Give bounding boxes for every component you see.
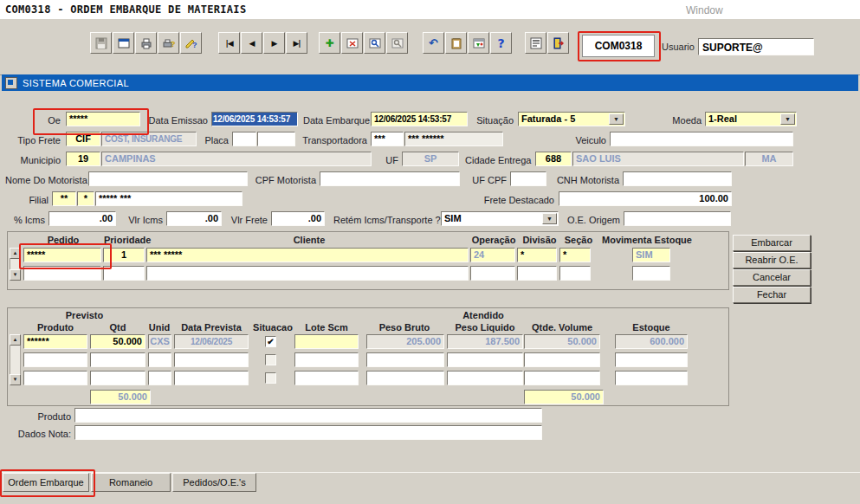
- frete-destacado-input[interactable]: 100.00: [559, 191, 732, 206]
- insert-record-button[interactable]: ✚: [319, 32, 340, 54]
- estoque-cell: [615, 352, 688, 367]
- operacao-cell[interactable]: [470, 266, 515, 281]
- vlr-frete-input[interactable]: .00: [271, 211, 325, 226]
- divisao-cell[interactable]: [517, 266, 557, 281]
- placa-input-1[interactable]: [232, 132, 256, 146]
- lote-cell[interactable]: [294, 352, 359, 367]
- pedido-cell[interactable]: [23, 266, 101, 281]
- help-button[interactable]: ?: [490, 32, 512, 54]
- transportadora-code-input[interactable]: ***: [371, 132, 404, 146]
- app-icon: [5, 77, 17, 89]
- record-status-button[interactable]: [468, 32, 489, 54]
- first-record-button[interactable]: |◀: [218, 32, 240, 54]
- lote-cell[interactable]: [294, 371, 359, 385]
- divisao-cell[interactable]: *: [517, 248, 557, 262]
- operacao-cell[interactable]: 24: [470, 248, 515, 262]
- enter-query-button[interactable]: [364, 32, 385, 54]
- produto-cell[interactable]: ******: [23, 334, 87, 349]
- moeda-select[interactable]: 1-Real ▼: [705, 112, 797, 126]
- pedido-cell[interactable]: *****: [23, 248, 101, 262]
- tab-ordem-embarque[interactable]: Ordem Embarque: [3, 473, 89, 492]
- dropdown-arrow-icon[interactable]: ▼: [542, 213, 557, 224]
- lote-cell[interactable]: [294, 334, 359, 349]
- prioridade-cell[interactable]: [103, 266, 145, 281]
- cnh-motorista-input[interactable]: [623, 171, 732, 186]
- nome-motorista-input[interactable]: [88, 171, 248, 186]
- municipio-label: Municipio: [10, 153, 61, 167]
- show-keys-button[interactable]: [525, 32, 546, 54]
- tipo-frete-input[interactable]: CIF: [66, 132, 100, 146]
- save-button[interactable]: [90, 32, 112, 54]
- situacao-checkbox[interactable]: [265, 354, 276, 365]
- last-record-button[interactable]: ▶|: [286, 32, 307, 54]
- secao-cell[interactable]: *: [559, 248, 591, 262]
- execute-query-button[interactable]: [386, 32, 408, 54]
- prioridade-cell[interactable]: 1: [103, 248, 145, 262]
- qtd-cell[interactable]: [90, 371, 145, 385]
- dados-nota-input[interactable]: [74, 425, 542, 440]
- movimenta-cell[interactable]: [632, 266, 670, 281]
- enter-query-icon: [368, 36, 382, 50]
- produto-cell[interactable]: [23, 352, 87, 367]
- print-help-button[interactable]: ?: [158, 32, 179, 54]
- cpf-motorista-input[interactable]: [320, 171, 460, 186]
- estoque-cell: 600.000: [615, 334, 688, 349]
- perc-icms-input[interactable]: .00: [48, 211, 116, 226]
- tipo-frete-desc: COST, INSURANGE: [101, 132, 197, 146]
- paste-button[interactable]: [445, 32, 467, 54]
- produto-footer-input[interactable]: [74, 408, 542, 423]
- undo-button[interactable]: ↶: [423, 32, 444, 54]
- qtd-cell[interactable]: 50.000: [90, 334, 145, 349]
- embarcar-button[interactable]: Embarcar: [733, 235, 811, 251]
- cidade-entrega-code-input[interactable]: 688: [535, 152, 572, 166]
- secao-cell[interactable]: [559, 266, 591, 281]
- tab-romaneio[interactable]: Romaneio: [91, 473, 171, 492]
- veiculo-input[interactable]: [610, 132, 793, 146]
- edit-help-button[interactable]: ?: [180, 32, 202, 54]
- filial-code2-input[interactable]: *: [77, 191, 94, 206]
- print-button[interactable]: [135, 32, 157, 54]
- pedidos-scroll-up-icon[interactable]: ▲: [10, 248, 21, 259]
- retem-icms-select[interactable]: SIM ▼: [441, 211, 559, 226]
- vlr-icms-input[interactable]: .00: [166, 211, 222, 226]
- situacao-checkbox[interactable]: [265, 372, 276, 384]
- window-button[interactable]: [113, 32, 134, 54]
- reabrir-oe-button[interactable]: Reabrir O.E.: [733, 252, 811, 268]
- filial-code1-input[interactable]: **: [52, 191, 76, 206]
- movimenta-cell[interactable]: SIM: [632, 248, 670, 262]
- exit-button[interactable]: [547, 32, 569, 54]
- produto-cell[interactable]: [23, 371, 87, 385]
- cliente-cell[interactable]: [146, 266, 469, 281]
- data-embarque-input[interactable]: 12/06/2025 14:53:57: [371, 112, 468, 126]
- clipboard-icon: [449, 36, 463, 50]
- data-emissao-input[interactable]: 12/06/2025 14:53:57: [211, 112, 298, 126]
- pedidos-scroll-down-icon[interactable]: ▼: [10, 269, 21, 281]
- cliente-cell[interactable]: *** *****: [146, 248, 469, 262]
- tab-pedidos-oes[interactable]: Pedidos/O.E.'s: [172, 473, 256, 492]
- peso-liquido-cell: 187.500: [447, 334, 523, 349]
- usuario-value-field[interactable]: SUPORTE@: [698, 38, 814, 55]
- oe-input[interactable]: *****: [66, 112, 140, 126]
- filial-name-input[interactable]: ***** ***: [95, 191, 242, 206]
- previous-record-button[interactable]: ◀: [241, 32, 262, 54]
- situacao-checkbox[interactable]: ✔: [265, 336, 276, 347]
- situacao-label: Situação: [472, 113, 514, 127]
- next-record-button[interactable]: ▶: [263, 32, 285, 54]
- usuario-label: Usuario: [662, 42, 695, 52]
- dropdown-arrow-icon[interactable]: ▼: [780, 113, 795, 125]
- oe-origem-input[interactable]: [624, 211, 731, 226]
- placa-input-2[interactable]: [257, 132, 295, 146]
- menu-window[interactable]: Window: [686, 4, 723, 16]
- itens-scroll-down-icon[interactable]: ▼: [10, 374, 21, 385]
- dropdown-arrow-icon[interactable]: ▼: [609, 113, 624, 125]
- itens-scroll-up-icon[interactable]: ▲: [10, 334, 21, 346]
- qtd-cell[interactable]: [90, 352, 145, 367]
- uf-cpf-input[interactable]: [510, 171, 546, 186]
- cancelar-button[interactable]: Cancelar: [733, 269, 811, 286]
- retem-icms-label: Retém Icms/Transporte ?: [333, 213, 437, 227]
- situacao-select[interactable]: Faturada - 5 ▼: [518, 112, 625, 126]
- municipio-code-input[interactable]: 19: [66, 152, 100, 166]
- fechar-button[interactable]: Fechar: [733, 287, 811, 303]
- delete-record-button[interactable]: [341, 32, 363, 54]
- pedidos-header-secao: Seção: [563, 234, 594, 246]
